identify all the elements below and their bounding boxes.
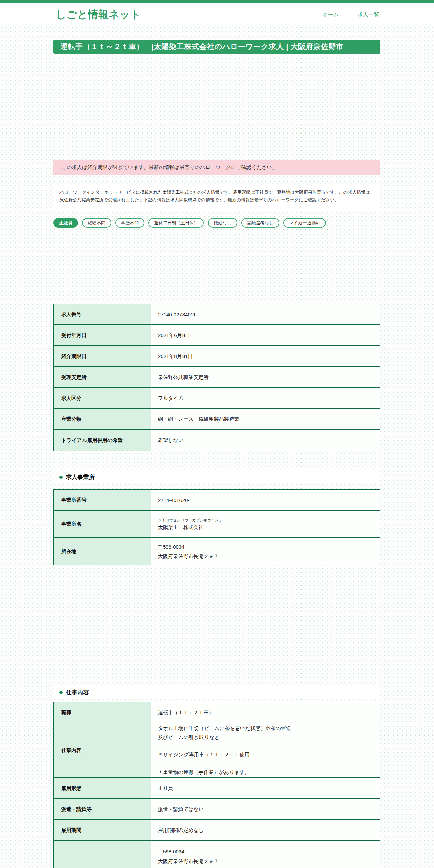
bullet-dot-icon	[59, 476, 63, 479]
row-label: 産業分類	[54, 409, 151, 429]
table-row: 派遣・請負等 派遣・請負ではない	[54, 799, 380, 820]
row-label: トライアル雇用併用の希望	[54, 430, 151, 451]
nav-link-job-list[interactable]: 求人一覧	[358, 11, 379, 18]
badge-two-days-off: 週休二日制（土日休）	[148, 218, 204, 228]
row-value: タイヨウセンコウ カブシキガイシャ 太陽染工 株式会社	[151, 511, 380, 537]
row-label: 受理安定所	[54, 367, 151, 387]
employer-table: 事業所番号 2714-401620-1 事業所名 タイヨウセンコウ カブシキガイ…	[53, 489, 380, 565]
badge-no-education: 学歴不問	[115, 218, 144, 228]
row-label: 事業所名	[54, 511, 151, 537]
table-row: 事業所番号 2714-401620-1	[54, 490, 380, 511]
section-heading-employer: 求人事業所	[53, 471, 380, 483]
row-label	[54, 841, 151, 868]
table-row: 〒598-0034 大阪府泉佐野市長滝２９７ 最寄り駅	[54, 841, 380, 868]
row-label: 雇用形態	[54, 778, 151, 798]
row-value: フルタイム	[151, 388, 380, 408]
row-value: 派遣・請負ではない	[151, 799, 380, 819]
main-nav: ホーム 求人一覧	[322, 11, 379, 18]
employer-name-kana: タイヨウセンコウ カブシキガイシャ	[158, 517, 373, 523]
bullet-dot-icon	[59, 691, 63, 694]
table-row: 産業分類 綱・網・レース・繊維粗製品製造業	[54, 409, 380, 430]
table-row: 受付年月日 2021年6月8日	[54, 325, 380, 346]
table-row: 求人番号 27140-02784011	[54, 304, 380, 325]
badge-list: 正社員 経験不問 学歴不問 週休二日制（土日休） 転勤なし 書類選考なし マイカ…	[53, 218, 326, 228]
job-overview-table: 求人番号 27140-02784011 受付年月日 2021年6月8日 紹介期限…	[53, 304, 380, 451]
table-row: 求人区分 フルタイム	[54, 388, 380, 409]
row-label: 紹介期限日	[54, 346, 151, 366]
row-value: 〒598-0034 大阪府泉佐野市長滝２９７ 最寄り駅	[151, 841, 380, 868]
table-row: 仕事内容 タオル工場に千切（ビームに糸を巻いた状態）や糸の運送 及びビームの引き…	[54, 723, 380, 778]
row-label: 雇用期間	[54, 820, 151, 840]
row-value: 雇用期間の定めなし	[151, 820, 380, 840]
row-label: 受付年月日	[54, 325, 151, 345]
row-value: 2021年6月8日	[151, 325, 380, 345]
table-row: 所在地 〒598-0034 大阪府泉佐野市長滝２９７	[54, 538, 380, 565]
table-row: トライアル雇用併用の希望 希望しない	[54, 430, 380, 451]
row-label: 派遣・請負等	[54, 799, 151, 819]
site-logo-title[interactable]: しごと情報ネット	[56, 7, 141, 21]
employer-name: 太陽染工 株式会社	[158, 524, 373, 531]
badge-no-experience: 経験不問	[82, 218, 111, 228]
row-label: 事業所番号	[54, 490, 151, 510]
top-accent-bar	[0, 0, 434, 3]
badge-car-commute-ok: マイカー通勤可	[283, 218, 326, 228]
row-label: 仕事内容	[54, 723, 151, 777]
row-value: 正社員	[151, 778, 380, 798]
badge-no-document-screening: 書類選考なし	[241, 218, 280, 228]
table-row: 職種 運転手（１ｔ～２ｔ車）	[54, 702, 380, 723]
expired-notice: この求人は紹介期限が過ぎています。最新の情報は最寄りのハローワークにご確認くださ…	[53, 160, 380, 175]
row-value: タオル工場に千切（ビームに糸を巻いた状態）や糸の運送 及びビームの引き取りなど …	[151, 723, 380, 777]
row-value: 運転手（１ｔ～２ｔ車）	[151, 702, 380, 723]
table-row: 雇用形態 正社員	[54, 778, 380, 799]
page-title-banner: 運転手（１ｔ～２ｔ車） |太陽染工株式会社のハローワーク求人 | 大阪府泉佐野市	[53, 40, 380, 54]
row-value: 27140-02784011	[151, 304, 380, 324]
badge-no-relocation: 転勤なし	[208, 218, 237, 228]
row-label: 求人区分	[54, 388, 151, 408]
job-content-table: 職種 運転手（１ｔ～２ｔ車） 仕事内容 タオル工場に千切（ビームに糸を巻いた状態…	[53, 702, 380, 868]
row-label: 求人番号	[54, 304, 151, 324]
row-label: 職種	[54, 702, 151, 723]
table-row: 事業所名 タイヨウセンコウ カブシキガイシャ 太陽染工 株式会社	[54, 511, 380, 538]
row-value: 〒598-0034 大阪府泉佐野市長滝２９７	[151, 538, 380, 565]
section-heading-job-content: 仕事内容	[53, 686, 380, 699]
row-value: 希望しない	[151, 430, 380, 451]
section-title: 仕事内容	[66, 689, 89, 696]
row-value: 泉佐野公共職業安定所	[151, 367, 380, 387]
row-value: 2021年8月31日	[151, 346, 380, 366]
intro-paragraph: ハローワークインターネットサービスに掲載された太陽染工株式会社の求人情報です。雇…	[53, 184, 380, 211]
table-row: 紹介期限日 2021年8月31日	[54, 346, 380, 367]
row-value: 2714-401620-1	[151, 490, 380, 510]
nav-link-home[interactable]: ホーム	[322, 11, 339, 18]
site-header: しごと情報ネット ホーム 求人一覧	[0, 3, 434, 25]
badge-employment-type: 正社員	[53, 218, 78, 228]
row-label: 所在地	[54, 538, 151, 565]
table-row: 受理安定所 泉佐野公共職業安定所	[54, 367, 380, 388]
row-value: 綱・網・レース・繊維粗製品製造業	[151, 409, 380, 429]
section-title: 求人事業所	[66, 473, 95, 481]
table-row: 雇用期間 雇用期間の定めなし	[54, 820, 380, 841]
